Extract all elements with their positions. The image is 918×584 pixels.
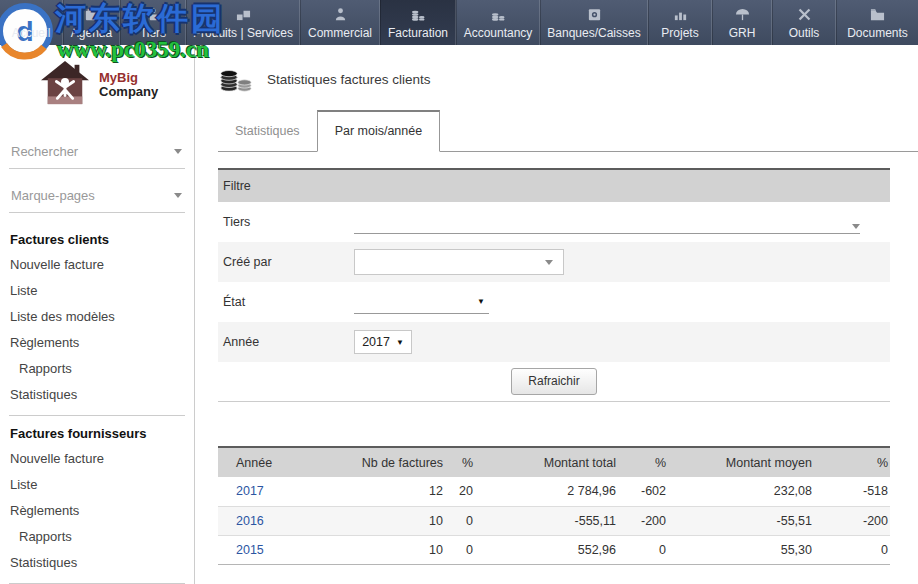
bookmarks-dropdown-label: Marque-pages — [11, 188, 95, 203]
sidebar-section-factures-clients[interactable]: Factures clients — [0, 225, 194, 252]
tabs-bar: Statistiques Par mois/année — [218, 110, 918, 152]
billing-coins-icon — [409, 7, 427, 23]
year-link-2016[interactable]: 2016 — [236, 514, 264, 528]
tab-documents[interactable]: Documents — [836, 0, 918, 45]
invoice-stats-icon — [218, 63, 254, 96]
tab-statistiques[interactable]: Statistiques — [218, 112, 317, 151]
col-header-montant-total: Montant total — [475, 447, 618, 477]
table-header-row: Année Nb de factures % Montant total % M… — [218, 447, 890, 477]
cell-nb-pct: 20 — [445, 477, 475, 506]
main-content: Statistiques factures clients Statistiqu… — [195, 45, 918, 584]
select-arrow-icon: ▼ — [477, 297, 485, 306]
projects-icon — [672, 7, 689, 23]
sidebar-item-liste-des-modeles[interactable]: Liste des modèles — [0, 304, 194, 330]
tab-label: GRH — [729, 26, 756, 40]
sidebar-item-statistiques-fournisseur[interactable]: Statistiques — [0, 550, 194, 576]
filter-label-tiers: Tiers — [223, 215, 354, 229]
accountancy-coins-icon — [489, 7, 507, 23]
col-header-pct3: % — [814, 447, 890, 477]
filter-label-etat: État — [223, 295, 354, 309]
cell-total-pct: -602 — [618, 477, 668, 506]
page-header: Statistiques factures clients — [218, 63, 890, 96]
chevron-down-icon — [852, 224, 860, 229]
tab-label: Documents — [847, 26, 908, 40]
sidebar-item-liste[interactable]: Liste — [0, 278, 194, 304]
sidebar-item-reglements-fournisseur[interactable]: Règlements — [0, 498, 194, 524]
cell-nb: 12 — [338, 477, 445, 506]
col-header-nb-factures: Nb de factures — [338, 447, 445, 477]
stats-table: Année Nb de factures % Montant total % M… — [218, 446, 890, 565]
cell-avg: 55,30 — [668, 535, 814, 564]
year-link-2015[interactable]: 2015 — [236, 543, 264, 557]
sidebar-item-rapports-fournisseur[interactable]: Rapports — [0, 524, 194, 550]
sidebar-item-nouvelle-facture-fournisseur[interactable]: Nouvelle facture — [0, 446, 194, 472]
watermark-site-url: www.pc0359.cn — [57, 37, 209, 63]
cell-nb: 10 — [338, 506, 445, 535]
tab-par-mois-annee[interactable]: Par mois/année — [317, 110, 441, 152]
cell-total-pct: 0 — [618, 535, 668, 564]
sidebar-section-factures-fournisseurs[interactable]: Factures fournisseurs — [0, 419, 194, 446]
cell-nb-pct: 0 — [445, 535, 475, 564]
sidebar-item-statistiques[interactable]: Statistiques — [0, 382, 194, 408]
tab-accountancy[interactable]: Accountancy — [456, 0, 540, 45]
sidebar-item-reglements[interactable]: Règlements — [0, 330, 194, 356]
tab-label: Accountancy — [464, 26, 533, 40]
sidebar-item-rapports[interactable]: Rapports — [0, 356, 194, 382]
tab-label: Commercial — [308, 26, 372, 40]
filter-row-etat: État ▼ — [218, 282, 890, 322]
filter-row-annee: Année 2017 ▼ — [218, 322, 890, 362]
tab-label: Facturation — [388, 26, 448, 40]
user-icon — [332, 7, 349, 23]
cell-avg-pct: -200 — [814, 506, 890, 535]
watermark-site-name: 河东软件园 — [55, 1, 225, 37]
tiers-combobox[interactable] — [354, 210, 860, 234]
tab-projets[interactable]: Projets — [648, 0, 712, 45]
chevron-down-icon — [174, 193, 182, 198]
company-name-line2: Company — [99, 85, 158, 99]
search-dropdown-label: Rechercher — [11, 144, 78, 159]
cell-avg-pct: 0 — [814, 535, 890, 564]
etat-select[interactable]: ▼ — [354, 290, 489, 314]
table-row: 2016 10 0 -555,11 -200 -55,51 -200 — [218, 506, 890, 535]
tab-facturation[interactable]: Facturation — [380, 0, 456, 45]
tab-commercial[interactable]: Commercial — [300, 0, 380, 45]
table-row: 2015 10 0 552,96 0 55,30 0 — [218, 535, 890, 564]
sidebar-item-nouvelle-facture[interactable]: Nouvelle facture — [0, 252, 194, 278]
sidebar-item-liste-fournisseur[interactable]: Liste — [0, 472, 194, 498]
col-header-montant-moyen: Montant moyen — [668, 447, 814, 477]
cree-par-select[interactable] — [354, 249, 564, 275]
cell-avg-pct: -518 — [814, 477, 890, 506]
col-header-pct2: % — [618, 447, 668, 477]
filter-panel: Filtre Tiers Créé par État — [218, 168, 890, 402]
company-logo-icon — [40, 60, 90, 110]
cell-avg: -55,51 — [668, 506, 814, 535]
folder-icon — [869, 7, 886, 23]
company-logo: MyBig Company — [40, 60, 194, 110]
cell-avg: 232,08 — [668, 477, 814, 506]
app-window: Accueil Agenda Tiers Produits | Services… — [0, 0, 918, 584]
company-logo-text: MyBig Company — [99, 71, 158, 100]
filter-header: Filtre — [218, 168, 890, 202]
tab-outils[interactable]: Outils — [772, 0, 836, 45]
tab-banques-caisses[interactable]: Banques/Caisses — [540, 0, 648, 45]
refresh-row: Rafraichir — [218, 362, 890, 402]
tab-label: Banques/Caisses — [547, 26, 640, 40]
hrm-umbrella-icon — [734, 7, 751, 23]
filter-row-tiers: Tiers — [218, 202, 890, 242]
cell-total-pct: -200 — [618, 506, 668, 535]
filter-label-annee: Année — [223, 335, 354, 349]
chevron-down-icon — [174, 149, 182, 154]
cell-nb-pct: 0 — [445, 506, 475, 535]
cell-total: 2 784,96 — [475, 477, 618, 506]
refresh-button[interactable]: Rafraichir — [511, 368, 596, 395]
tab-label: Accueil — [12, 26, 51, 40]
bookmarks-dropdown[interactable]: Marque-pages — [9, 181, 185, 213]
tools-icon — [796, 7, 813, 23]
year-link-2017[interactable]: 2017 — [236, 484, 264, 498]
search-dropdown[interactable]: Rechercher — [9, 137, 185, 169]
sidebar-divider — [9, 415, 185, 416]
annee-select[interactable]: 2017 ▼ — [354, 330, 412, 354]
tab-label: Outils — [789, 26, 820, 40]
tab-grh[interactable]: GRH — [712, 0, 772, 45]
filter-row-cree-par: Créé par — [218, 242, 890, 282]
